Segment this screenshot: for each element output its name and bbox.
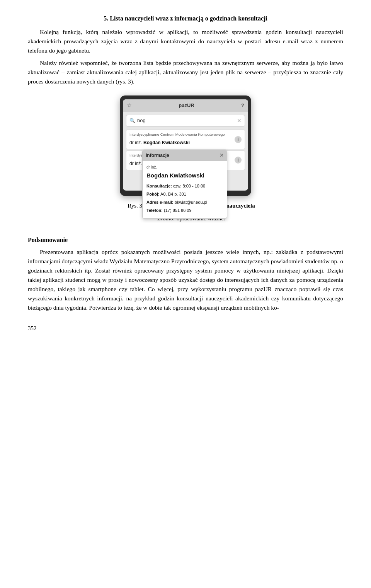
search-clear-icon[interactable]: ✕ [237, 117, 242, 125]
popup-degree: dr inż. [146, 164, 223, 170]
result-item-1-text: Interdyscyplinarne Centrum Modelowania K… [129, 132, 232, 147]
section-title-text: Lista nauczycieli wraz z informacją o go… [110, 15, 267, 22]
app-logo-icon: ☆ [127, 101, 132, 110]
popup-title: Informacje [146, 152, 169, 159]
summary-paragraph-1: Prezentowana aplikacja oprócz pokazanych… [28, 247, 343, 312]
app-titlebar: ☆ pazUR ? [123, 99, 248, 112]
popup-row-email: Adres e-mail: bkwiat@ur.edu.pl [146, 199, 223, 206]
popup-label-email: Adres e-mail: [146, 200, 174, 205]
popup-row-konsultacje: Konsultacje: czw. 8:00 - 10:00 [146, 183, 223, 189]
section-title: 5. Lista nauczycieli wraz z informacją o… [28, 14, 343, 24]
app-screenshot: ☆ pazUR ? 🔍 bog ✕ Interdyscyplinarne Cen… [120, 95, 251, 196]
popup-value-pokoj: A0, B4 p. 301 [160, 192, 186, 196]
page-content: 5. Lista nauczycieli wraz z informacją o… [28, 14, 343, 333]
popup-row-telefon: Telefon: (17) 851 86 09 [146, 207, 223, 214]
popup-close-button[interactable]: ✕ [220, 152, 224, 159]
search-text: bog [137, 117, 237, 124]
section-number: 5 [104, 15, 107, 22]
result-2-info-button[interactable]: i [235, 157, 242, 164]
popup-value-konsultacje: czw. 8:00 - 10:00 [173, 184, 205, 188]
search-bar[interactable]: 🔍 bog ✕ [126, 115, 245, 127]
figure-container: ☆ pazUR ? 🔍 bog ✕ Interdyscyplinarne Cen… [28, 95, 343, 226]
result-1-dept: Interdyscyplinarne Centrum Modelowania K… [129, 132, 232, 138]
app-help-button[interactable]: ? [241, 102, 244, 109]
result-item-1[interactable]: Interdyscyplinarne Centrum Modelowania K… [126, 130, 245, 149]
search-icon: 🔍 [129, 117, 135, 124]
page-number: 352 [28, 324, 343, 333]
result-1-name: dr inż. Bogdan Kwiatkowski [129, 140, 190, 145]
popup-header: Informacje ✕ [143, 150, 227, 161]
summary-heading: Podsumowanie [28, 235, 343, 245]
result-1-info-button[interactable]: i [235, 136, 242, 143]
popup-row-pokoj: Pokój: A0, B4 p. 301 [146, 191, 223, 198]
popup-body: dr inż. Bogdan Kwiatkowski Konsultacje: … [143, 161, 227, 218]
popup-label-konsultacje: Konsultacje: [146, 184, 172, 188]
caption-prefix: Rys. 3. [128, 203, 144, 209]
app-title: pazUR [179, 102, 194, 109]
app-inner: ☆ pazUR ? 🔍 bog ✕ Interdyscyplinarne Cen… [123, 99, 248, 191]
popup-label-telefon: Telefon: [146, 208, 163, 213]
popup-value-telefon: (17) 851 86 09 [164, 208, 192, 213]
popup-person-name: Bogdan Kwiatkowski [146, 171, 223, 180]
popup-value-email: bkwiat@ur.edu.pl [175, 200, 208, 205]
popup-label-pokoj: Pokój: [146, 192, 160, 196]
intro-paragraph: Kolejną funkcją, którą należało wprowadz… [28, 27, 343, 55]
info-popup: Informacje ✕ dr inż. Bogdan Kwiatkowski … [142, 150, 227, 219]
body-paragraph: Należy również wspomnieć, że tworzona li… [28, 58, 343, 86]
